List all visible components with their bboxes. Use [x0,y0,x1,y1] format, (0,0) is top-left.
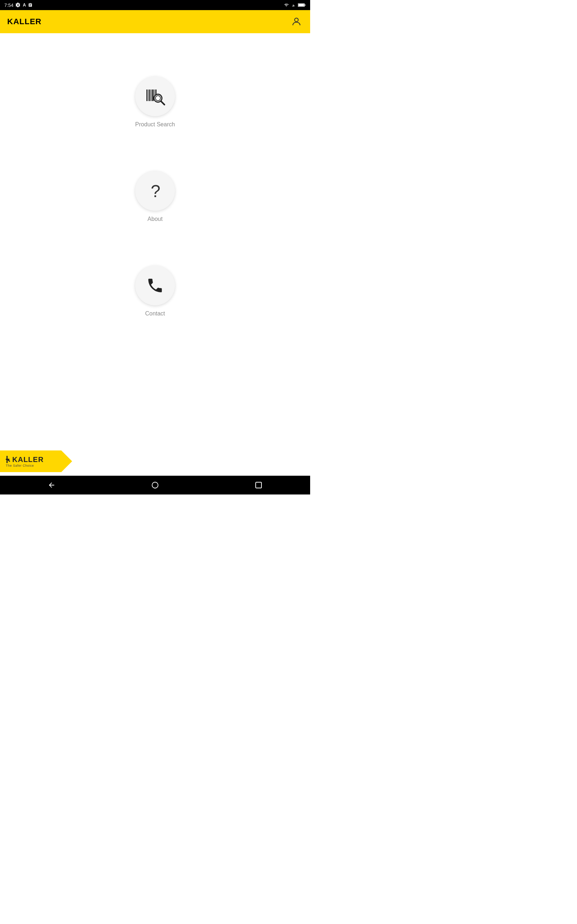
kaller-logo: KALLER The Safer Choice [6,456,44,467]
svg-rect-2 [298,4,304,6]
about-button[interactable]: ? [135,171,175,211]
contact-section: Contact [135,266,175,317]
profile-button[interactable] [290,15,303,28]
svg-text:?: ? [151,182,161,200]
about-label: About [148,216,163,222]
product-search-label: Product Search [135,121,175,128]
product-search-button[interactable] [135,76,175,116]
svg-point-13 [155,96,161,101]
settings-icon [16,3,21,8]
kaller-logo-background: KALLER The Safer Choice [0,451,72,472]
home-button[interactable] [144,478,166,492]
svg-rect-16 [6,459,10,460]
contact-label: Contact [145,310,165,317]
product-search-section: Product Search [135,76,175,128]
time-display: 7:54 [4,3,13,8]
footer: KALLER The Safer Choice [0,439,310,476]
svg-rect-17 [8,459,10,462]
svg-rect-6 [149,89,150,101]
svg-rect-19 [256,482,261,488]
svg-rect-4 [147,89,148,101]
svg-point-3 [295,18,298,22]
status-bar-left: 7:54 A [4,3,32,8]
status-bar-right [284,3,306,7]
a-label-icon: A [23,3,26,8]
svg-rect-5 [148,89,149,101]
main-content: Product Search ? About Contact [0,33,310,439]
recent-button[interactable] [248,478,269,492]
wifi-icon [284,3,289,7]
svg-line-12 [161,101,164,105]
about-section: ? About [135,171,175,222]
kaller-logo-area: KALLER The Safer Choice [0,447,79,472]
status-bar: 7:54 A [0,0,310,10]
clipboard-status-icon [28,3,32,8]
app-title: KALLER [7,17,42,26]
svg-rect-1 [305,4,305,6]
signal-icon [291,3,296,7]
back-button[interactable] [41,478,62,492]
logo-name: KALLER [12,456,44,464]
app-bar: KALLER [0,10,310,33]
svg-point-18 [152,482,158,488]
svg-rect-7 [151,89,152,101]
logo-tagline: The Safer Choice [6,464,44,467]
nav-bar [0,476,310,494]
svg-rect-8 [152,89,154,101]
contact-button[interactable] [135,266,175,305]
battery-icon [298,3,306,7]
